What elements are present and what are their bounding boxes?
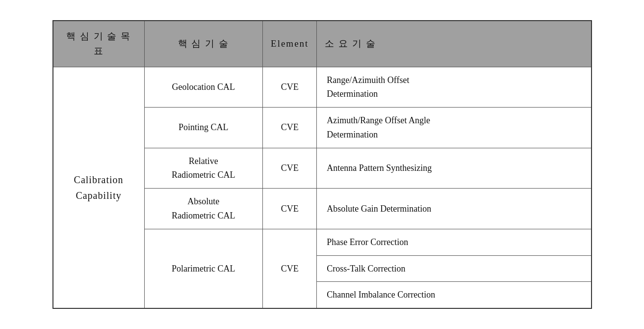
tech-cell: Polarimetric CAL bbox=[144, 229, 262, 308]
required-cell: Absolute Gain Determination bbox=[317, 189, 592, 229]
element-cell: CVE bbox=[263, 108, 317, 148]
header-tech: 핵 심 기 술 bbox=[144, 21, 262, 67]
calibration-table: 핵 심 기 술 목 표 핵 심 기 술 Element 소 요 기 술 Cali… bbox=[52, 20, 592, 309]
header-element: Element bbox=[263, 21, 317, 67]
required-cell: Antenna Pattern Synthesizing bbox=[317, 148, 592, 189]
header-goal: 핵 심 기 술 목 표 bbox=[53, 21, 145, 67]
header-row: 핵 심 기 술 목 표 핵 심 기 술 Element 소 요 기 술 bbox=[53, 21, 592, 67]
tech-cell: Absolute Radiometric CAL bbox=[144, 189, 262, 229]
element-cell: CVE bbox=[263, 67, 317, 108]
required-cell: Phase Error Correction bbox=[317, 229, 592, 255]
element-cell: CVE bbox=[263, 189, 317, 229]
main-goal-cell: Calibration Capability bbox=[53, 67, 145, 308]
element-cell: CVE bbox=[263, 229, 317, 308]
table-container: 핵 심 기 술 목 표 핵 심 기 술 Element 소 요 기 술 Cali… bbox=[52, 20, 592, 309]
required-cell: Range/Azimuith Offset Determination bbox=[317, 67, 592, 108]
header-required: 소 요 기 술 bbox=[317, 21, 592, 67]
tech-cell: Relative Radiometric CAL bbox=[144, 148, 262, 189]
tech-cell: Geolocation CAL bbox=[144, 67, 262, 108]
required-cell: Channel Imbalance Correction bbox=[317, 282, 592, 308]
tech-cell: Pointing CAL bbox=[144, 108, 262, 148]
required-cell: Azimuth/Range Offset Angle Determination bbox=[317, 108, 592, 148]
element-cell: CVE bbox=[263, 148, 317, 189]
table-row: Calibration CapabilityGeolocation CALCVE… bbox=[53, 67, 592, 108]
required-cell: Cross-Talk Correction bbox=[317, 255, 592, 282]
